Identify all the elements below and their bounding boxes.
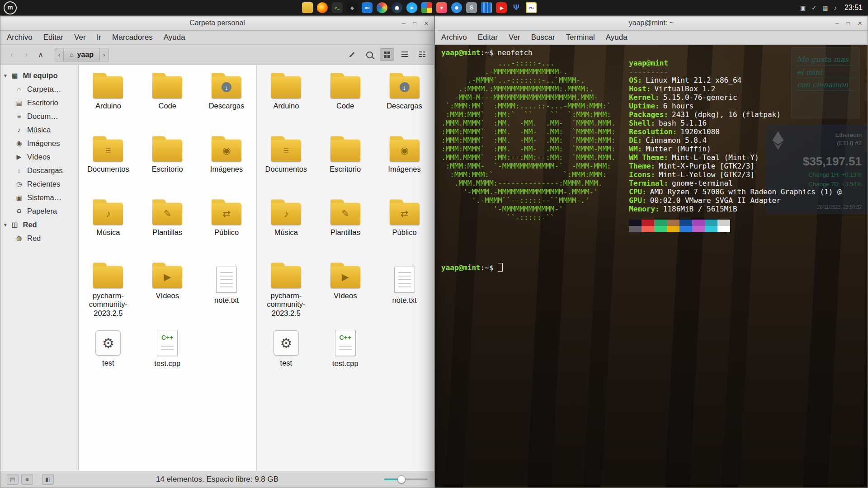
grid-view-icon[interactable] <box>380 48 394 61</box>
file-item-test[interactable]: ⚙test <box>257 329 316 392</box>
sidebar-item-docum[interactable]: ≡Docum… <box>0 109 78 123</box>
menu-archivo[interactable]: Archivo <box>441 33 467 42</box>
menu-ver[interactable]: Ver <box>509 33 520 42</box>
menu-terminal[interactable]: Terminal <box>566 33 595 42</box>
list-view-icon[interactable] <box>397 48 412 61</box>
sidebar-item-imagenes[interactable]: ◉Imágenes <box>0 136 78 150</box>
file-item-musica[interactable]: ♪Música <box>257 202 316 266</box>
file-item-code[interactable]: Code <box>316 76 375 139</box>
sidebar-item-videos[interactable]: ▶Vídeos <box>0 150 78 164</box>
file-item-pycharm-community-2023-2-5[interactable]: pycharm-community-2023.2.5 <box>79 266 138 329</box>
clock[interactable]: 23:51 <box>844 4 863 12</box>
parrot-app-icon[interactable] <box>377 2 387 13</box>
menu-marcadores[interactable]: Marcadores <box>112 33 153 42</box>
sidebar-item-red[interactable]: ◍Red <box>0 231 78 245</box>
file-item-test-cpp[interactable]: C++test.cpp <box>316 329 375 392</box>
youtube-icon[interactable] <box>496 2 507 13</box>
sidebar-item-escritorio[interactable]: ▤Escritorio <box>0 96 78 109</box>
file-item-test[interactable]: ⚙test <box>79 329 138 392</box>
file-item-plantillas[interactable]: ✎Plantillas <box>316 202 375 266</box>
file-item-videos[interactable]: ▶Vídeos <box>138 266 197 329</box>
breadcrumb-prev-icon[interactable]: ‹ <box>55 48 64 61</box>
dark-app-icon[interactable] <box>347 2 358 13</box>
steam-icon[interactable] <box>392 2 402 13</box>
file-item-escritorio[interactable]: Escritorio <box>138 139 197 202</box>
file-item-note-txt[interactable]: note.txt <box>375 266 434 329</box>
file-item-arduino[interactable]: Arduino <box>257 76 316 139</box>
file-item-pycharm-community-2023-2-5[interactable]: pycharm-community-2023.2.5 <box>257 266 316 329</box>
menu-ir[interactable]: Ir <box>97 33 101 42</box>
file-item-descargas[interactable]: ↓Descargas <box>375 76 434 139</box>
back-icon[interactable]: ‹ <box>5 48 19 61</box>
maximize-icon[interactable] <box>847 20 850 26</box>
show-places-icon[interactable]: ▤ <box>7 474 19 485</box>
file-item-arduino[interactable]: Arduino <box>79 76 138 139</box>
telegram-icon[interactable] <box>406 2 417 13</box>
blue-dots-app-icon[interactable] <box>362 2 373 13</box>
zoom-slider[interactable] <box>384 479 428 480</box>
sidebar-item-musica[interactable]: ♪Música <box>0 123 78 136</box>
sidebar-item-red[interactable]: ▾◫Red <box>0 218 78 231</box>
file-item-escritorio[interactable]: Escritorio <box>316 139 375 202</box>
file-item-note-txt[interactable]: note.txt <box>197 266 256 329</box>
file-item-publico[interactable]: ⇄Público <box>375 202 434 266</box>
up-icon[interactable]: ∧ <box>34 48 47 61</box>
sidebar-item-sistema[interactable]: ▣Sistema… <box>0 191 78 204</box>
menu-ayuda[interactable]: Ayuda <box>606 33 627 42</box>
edit-location-icon[interactable] <box>344 48 359 61</box>
file-item-imagenes[interactable]: ◉Imágenes <box>375 139 434 202</box>
tray-music-icon[interactable]: ♪ <box>834 5 837 11</box>
close-icon[interactable] <box>858 19 862 27</box>
file-item-descargas[interactable]: ↓Descargas <box>197 76 256 139</box>
sidebar-item-recientes[interactable]: ◷Recientes <box>0 177 78 191</box>
menu-archivo[interactable]: Archivo <box>7 33 33 42</box>
file-item-publico[interactable]: ⇄Público <box>197 202 256 266</box>
menu-ver[interactable]: Ver <box>74 33 86 42</box>
file-item-documentos[interactable]: ≡Documentos <box>257 139 316 202</box>
breadcrumb-home[interactable]: ⌂ yaap <box>64 48 100 61</box>
minimize-icon[interactable] <box>402 20 406 26</box>
fm-titlebar[interactable]: Carpeta personal <box>0 16 434 31</box>
forward-icon[interactable]: › <box>19 48 33 61</box>
sidebar-item-carpeta[interactable]: ⌂Carpeta… <box>0 82 78 96</box>
search-icon[interactable] <box>362 48 377 61</box>
menu-buscar[interactable]: Buscar <box>531 33 555 42</box>
file-item-videos[interactable]: ▶Vídeos <box>316 266 375 329</box>
file-item-plantillas[interactable]: ✎Plantillas <box>138 202 197 266</box>
firefox-icon[interactable] <box>317 2 328 13</box>
fork-app-icon[interactable] <box>511 2 522 13</box>
s-app-icon[interactable] <box>466 2 477 13</box>
sidebar-item-mi-equipo[interactable]: ▾▦Mi equipo <box>0 69 78 82</box>
close-icon[interactable] <box>424 19 429 27</box>
file-item-test-cpp[interactable]: C++test.cpp <box>138 329 197 392</box>
bars-app-icon[interactable] <box>481 2 492 13</box>
zoom-slider-knob[interactable] <box>397 475 406 483</box>
tray-shield-icon[interactable]: ✓ <box>811 5 816 11</box>
mint-menu-icon[interactable] <box>4 1 17 14</box>
fm-pane-left[interactable]: ArduinoCode↓Descargas≡DocumentosEscritor… <box>79 65 256 471</box>
terminal-content[interactable]: yaap@mint:~$neofetch ...-:::::-... .-MMM… <box>435 45 868 488</box>
chat-app-icon[interactable] <box>451 2 462 13</box>
toggle-pane-icon[interactable]: ◧ <box>42 474 54 485</box>
minimize-icon[interactable] <box>835 20 839 26</box>
menu-editar[interactable]: Editar <box>43 33 63 42</box>
heart-app-icon[interactable] <box>436 2 447 13</box>
file-item-code[interactable]: Code <box>138 76 197 139</box>
color-grid-app-icon[interactable] <box>421 2 432 13</box>
file-item-documentos[interactable]: ≡Documentos <box>79 139 138 202</box>
compact-view-icon[interactable] <box>415 48 429 61</box>
tray-network-icon[interactable]: ▦ <box>822 5 828 11</box>
breadcrumb-next-icon[interactable]: › <box>100 48 109 61</box>
menu-editar[interactable]: Editar <box>478 33 498 42</box>
file-item-imagenes[interactable]: ◉Imágenes <box>197 139 256 202</box>
show-treeview-icon[interactable]: ≡ <box>21 474 33 485</box>
sidebar-item-papelera[interactable]: ♻Papelera <box>0 204 78 218</box>
terminal-icon[interactable] <box>332 2 343 13</box>
file-item-musica[interactable]: ♪Música <box>79 202 138 266</box>
fm-pane-right[interactable]: ArduinoCode↓Descargas≡DocumentosEscritor… <box>256 65 434 471</box>
sidebar-item-descargas[interactable]: ↓Descargas <box>0 164 78 177</box>
terminal-titlebar[interactable]: yaap@mint: ~ <box>435 16 868 31</box>
menu-ayuda[interactable]: Ayuda <box>164 33 185 42</box>
pc-app-icon[interactable] <box>526 2 537 13</box>
maximize-icon[interactable] <box>413 20 416 26</box>
